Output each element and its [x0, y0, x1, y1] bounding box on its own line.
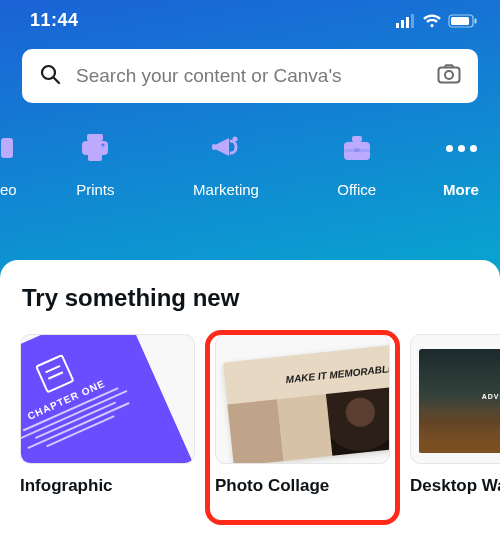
battery-icon [448, 14, 478, 28]
svg-rect-16 [212, 144, 216, 150]
svg-rect-6 [475, 18, 477, 23]
panel-title: Try something new [20, 284, 500, 312]
svg-rect-3 [411, 14, 414, 28]
category-label: Prints [76, 181, 114, 198]
category-label: Office [337, 181, 376, 198]
svg-rect-11 [1, 138, 13, 158]
category-office[interactable]: Office [291, 131, 422, 198]
video-icon [0, 131, 18, 165]
card-photo-collage[interactable]: MAKE IT MEMORABLE Photo Collage [215, 334, 390, 496]
card-thumb: ADVENTURE IS W [410, 334, 500, 464]
category-label: Marketing [193, 181, 259, 198]
svg-rect-9 [439, 68, 460, 83]
card-thumb: MAKE IT MEMORABLE [215, 334, 390, 464]
category-label: More [443, 181, 479, 198]
status-icons [396, 14, 478, 28]
camera-icon[interactable] [436, 61, 462, 91]
svg-rect-2 [406, 17, 409, 28]
category-row: eo Prints Marketing Office More [0, 103, 500, 198]
search-wrap [0, 35, 500, 103]
card-label: Infographic [20, 476, 195, 496]
status-time: 11:44 [30, 10, 79, 31]
svg-point-17 [233, 137, 238, 142]
cards-row[interactable]: CHAPTER ONE Infographic MAKE IT MEMORABL… [20, 334, 500, 496]
card-infographic[interactable]: CHAPTER ONE Infographic [20, 334, 195, 496]
category-label: eo [0, 181, 17, 198]
svg-rect-5 [451, 17, 469, 25]
megaphone-icon [209, 131, 243, 165]
more-icon [444, 131, 478, 165]
cellular-signal-icon [396, 14, 416, 28]
briefcase-icon [340, 131, 374, 165]
card-label: Photo Collage [215, 476, 390, 496]
category-video-partial[interactable]: eo [0, 131, 30, 198]
category-more[interactable]: More [422, 131, 500, 198]
svg-rect-1 [401, 20, 404, 28]
category-prints[interactable]: Prints [30, 131, 161, 198]
svg-rect-19 [352, 136, 362, 142]
category-marketing[interactable]: Marketing [161, 131, 292, 198]
thumb-title: MAKE IT MEMORABLE [285, 363, 390, 385]
svg-line-8 [54, 78, 59, 83]
thumb-title: ADVENTURE IS W [419, 393, 500, 400]
app-root: 11:44 [0, 0, 500, 537]
svg-point-10 [445, 71, 453, 79]
svg-rect-14 [88, 151, 102, 161]
card-thumb: CHAPTER ONE [20, 334, 195, 464]
search-input[interactable] [76, 65, 422, 87]
svg-rect-0 [396, 23, 399, 28]
svg-point-15 [102, 143, 105, 146]
suggestions-panel: Try something new CHAPTER ONE Infographi… [0, 260, 500, 537]
card-label: Desktop Wal [410, 476, 500, 496]
card-desktop-wallpaper[interactable]: ADVENTURE IS W Desktop Wal [410, 334, 500, 496]
printer-icon [78, 131, 112, 165]
wifi-icon [422, 14, 442, 28]
status-bar: 11:44 [0, 0, 500, 35]
search-bar[interactable] [22, 49, 478, 103]
search-icon [38, 62, 62, 90]
svg-rect-12 [87, 134, 103, 141]
svg-rect-21 [354, 148, 359, 152]
